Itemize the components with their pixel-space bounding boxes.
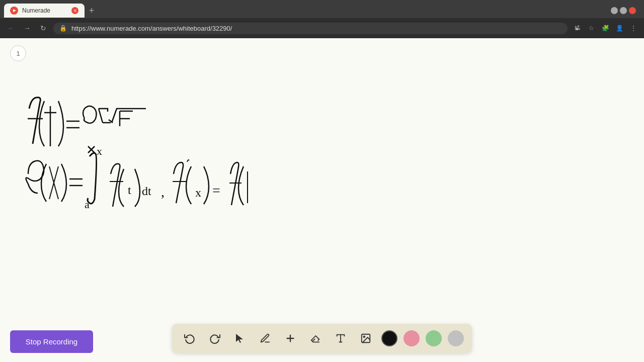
active-tab[interactable]: Numerade ✕ [4, 4, 85, 18]
window-controls [611, 7, 640, 14]
color-gray[interactable] [448, 330, 464, 346]
menu-button[interactable]: ⋮ [628, 23, 639, 34]
screencast-button[interactable]: 📽 [572, 23, 583, 34]
maximize-button[interactable] [620, 7, 627, 14]
add-button[interactable] [281, 329, 300, 348]
math-content: x a t dt , x = [10, 68, 372, 239]
extensions-button[interactable]: 🧩 [600, 23, 611, 34]
text-tool-button[interactable] [331, 329, 350, 348]
svg-text:dt: dt [142, 185, 151, 198]
svg-text:x: x [195, 186, 201, 199]
undo-button[interactable] [180, 329, 199, 348]
new-tab-button[interactable]: + [85, 4, 99, 18]
browser-chrome: Numerade ✕ + ← → ↻ 🔒 https://www.numerad… [0, 0, 644, 38]
tab-title: Numerade [22, 7, 67, 14]
nav-bar: ← → ↻ 🔒 https://www.numerade.com/answers… [0, 18, 644, 38]
tab-favicon [10, 7, 18, 15]
svg-text:a: a [85, 198, 90, 211]
pen-tool-button[interactable] [256, 329, 275, 348]
svg-text:=: = [212, 183, 220, 198]
nav-extras: 📽 ☆ 🧩 👤 ⋮ [572, 23, 639, 34]
url-text: https://www.numerade.com/answers/whitebo… [71, 25, 232, 32]
reload-button[interactable]: ↻ [37, 22, 49, 34]
user-button[interactable]: 👤 [614, 23, 625, 34]
forward-button[interactable]: → [21, 22, 33, 34]
svg-marker-9 [236, 334, 243, 343]
select-tool-button[interactable] [230, 329, 250, 348]
color-black[interactable] [381, 330, 397, 346]
color-pink[interactable] [404, 330, 420, 346]
image-tool-button[interactable] [356, 329, 375, 348]
tab-bar: Numerade ✕ + [0, 0, 644, 18]
close-button[interactable] [629, 7, 636, 14]
redo-button[interactable] [205, 329, 224, 348]
back-button[interactable]: ← [5, 22, 17, 34]
tab-close-button[interactable]: ✕ [71, 7, 78, 14]
address-bar[interactable]: 🔒 https://www.numerade.com/answers/white… [53, 23, 568, 34]
eraser-tool-button[interactable] [306, 329, 325, 348]
bottom-toolbar [172, 324, 472, 353]
svg-text:x: x [97, 145, 102, 157]
stop-recording-button[interactable]: Stop Recording [10, 330, 93, 353]
minimize-button[interactable] [611, 7, 618, 14]
svg-text:,: , [161, 184, 165, 200]
whiteboard-area[interactable]: 1 [0, 38, 644, 362]
color-green[interactable] [426, 330, 442, 346]
svg-text:t: t [128, 184, 131, 197]
lock-icon: 🔒 [59, 25, 67, 32]
bookmark-button[interactable]: ☆ [586, 23, 597, 34]
svg-point-15 [363, 336, 365, 337]
page-badge: 1 [10, 45, 26, 61]
